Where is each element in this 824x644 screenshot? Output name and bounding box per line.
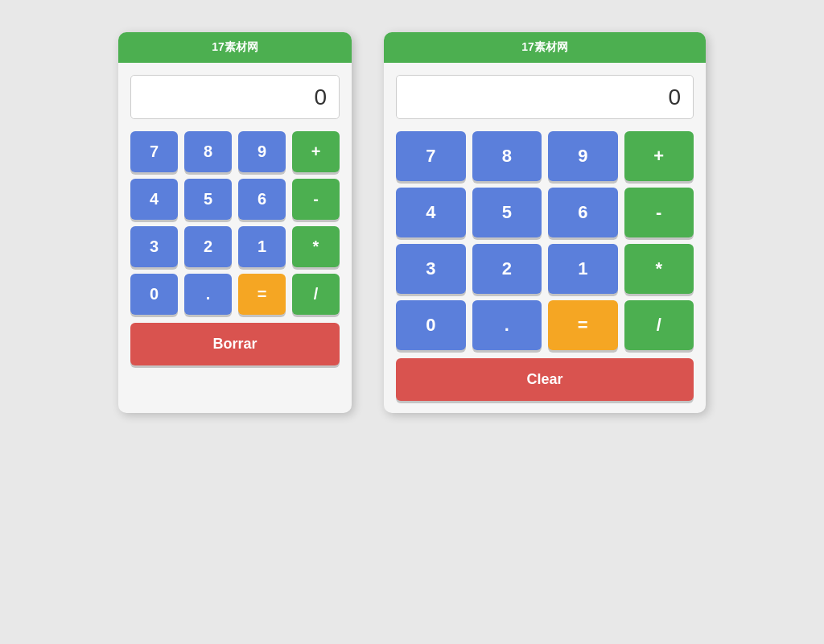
calc2-btn-equals[interactable]: =: [548, 300, 618, 350]
calc2-btn-6[interactable]: 6: [548, 188, 618, 237]
calc2-btn-4[interactable]: 4: [396, 188, 466, 237]
calc1-clear-button[interactable]: Borrar: [130, 323, 340, 365]
calculator-2: 17素材网 0 789+456-321*0.=/ Clear: [384, 32, 706, 413]
calc1-display-value: 0: [314, 85, 327, 110]
calc2-btn-7[interactable]: 7: [396, 131, 466, 181]
calc2-btn-5[interactable]: 5: [472, 188, 542, 237]
calc1-btn-plus[interactable]: +: [292, 131, 340, 172]
calc2-btn-1[interactable]: 1: [548, 244, 618, 294]
calc2-btn-multiply[interactable]: *: [624, 244, 694, 294]
calc2-btn-minus[interactable]: -: [624, 188, 694, 237]
calc1-btn-2[interactable]: 2: [184, 226, 232, 267]
calc1-btn-equals[interactable]: =: [238, 274, 286, 315]
calc1-btn-7[interactable]: 7: [130, 131, 178, 172]
calc1-btn-9[interactable]: 9: [238, 131, 286, 172]
calc2-btn-0[interactable]: 0: [396, 300, 466, 350]
calc2-header: 17素材网: [384, 32, 706, 63]
calc1-btn-6[interactable]: 6: [238, 179, 286, 220]
calc1-btn-minus[interactable]: -: [292, 179, 340, 220]
calc1-btn-dot[interactable]: .: [184, 274, 232, 315]
calc1-btn-1[interactable]: 1: [238, 226, 286, 267]
calc1-display: 0: [130, 75, 340, 119]
calc2-display: 0: [396, 75, 694, 119]
calc2-btn-3[interactable]: 3: [396, 244, 466, 294]
calc1-btn-4[interactable]: 4: [130, 179, 178, 220]
calc2-btn-8[interactable]: 8: [472, 131, 542, 181]
calc1-body: 0 789+456-321*0.=/ Borrar: [118, 63, 352, 378]
calc2-buttons-grid: 789+456-321*0.=/: [396, 131, 694, 350]
calc1-btn-5[interactable]: 5: [184, 179, 232, 220]
calculator-1: 17素材网 0 789+456-321*0.=/ Borrar: [118, 32, 352, 413]
calc2-btn-divide[interactable]: /: [624, 300, 694, 350]
calc1-buttons-grid: 789+456-321*0.=/: [130, 131, 340, 315]
calc1-btn-multiply[interactable]: *: [292, 226, 340, 267]
calc1-btn-8[interactable]: 8: [184, 131, 232, 172]
calc2-btn-plus[interactable]: +: [624, 131, 694, 181]
calc2-body: 0 789+456-321*0.=/ Clear: [384, 63, 706, 413]
page-container: 17素材网 0 789+456-321*0.=/ Borrar 17素材网 0 …: [102, 16, 722, 429]
calc1-btn-3[interactable]: 3: [130, 226, 178, 267]
calc1-btn-0[interactable]: 0: [130, 274, 178, 315]
calc2-btn-9[interactable]: 9: [548, 131, 618, 181]
calc1-btn-divide[interactable]: /: [292, 274, 340, 315]
calc2-clear-button[interactable]: Clear: [396, 358, 694, 401]
calc2-display-value: 0: [668, 85, 681, 110]
calc1-header: 17素材网: [118, 32, 352, 63]
calc2-btn-2[interactable]: 2: [472, 244, 542, 294]
calc2-btn-dot[interactable]: .: [472, 300, 542, 350]
